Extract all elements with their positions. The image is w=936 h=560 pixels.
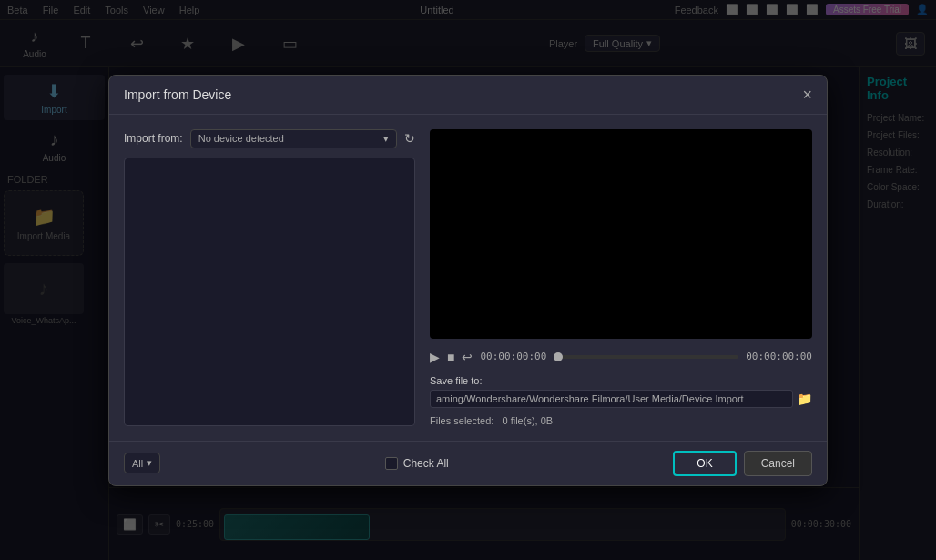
files-selected-label: Files selected: xyxy=(430,415,493,426)
check-all-row: Check All xyxy=(385,457,449,470)
filter-select[interactable]: All ▾ xyxy=(124,453,160,473)
check-all-checkbox[interactable] xyxy=(385,457,398,470)
modal-right: ▶ ■ ↩ 00:00:00:00 00:00:00:00 Save file … xyxy=(430,129,812,426)
filter-chevron-icon: ▾ xyxy=(147,457,152,469)
cancel-button[interactable]: Cancel xyxy=(744,451,812,476)
preview-progress-bar[interactable] xyxy=(554,355,738,359)
preview-stop-btn[interactable]: ■ xyxy=(447,350,454,364)
refresh-icon: ↻ xyxy=(404,131,415,146)
import-from-label: Import from: xyxy=(124,132,183,145)
import-from-row: Import from: No device detected ▾ ↻ xyxy=(124,129,415,148)
preview-controls: ▶ ■ ↩ 00:00:00:00 00:00:00:00 xyxy=(430,346,812,368)
save-file-row: Save file to: 📁 xyxy=(430,375,812,408)
files-selected-row: Files selected: 0 file(s), 0B xyxy=(430,415,812,426)
folder-open-icon: 📁 xyxy=(797,392,812,406)
modal-left: Import from: No device detected ▾ ↻ xyxy=(124,129,415,426)
modal-footer: All ▾ Check All OK Cancel xyxy=(109,441,827,485)
preview-play-btn[interactable]: ▶ xyxy=(430,350,440,364)
save-file-path-row: 📁 xyxy=(430,390,812,408)
save-file-label: Save file to: xyxy=(430,375,812,386)
modal-close-btn[interactable]: × xyxy=(802,87,812,103)
files-selected-value: 0 file(s), 0B xyxy=(502,415,553,426)
import-device-modal: Import from Device × Import from: No dev… xyxy=(108,75,828,486)
preview-area xyxy=(430,129,812,339)
browse-folder-btn[interactable]: 📁 xyxy=(797,392,812,406)
filter-value: All xyxy=(132,458,143,469)
file-list-area[interactable] xyxy=(124,158,415,426)
save-path-input[interactable] xyxy=(430,390,793,408)
ok-button[interactable]: OK xyxy=(673,451,736,476)
refresh-btn[interactable]: ↻ xyxy=(404,131,415,146)
device-select-chevron-icon: ▾ xyxy=(383,133,389,145)
progress-thumb xyxy=(554,352,563,361)
check-all-label: Check All xyxy=(403,457,449,470)
device-select[interactable]: No device detected ▾ xyxy=(190,129,397,148)
modal-header: Import from Device × xyxy=(109,76,827,115)
modal-overlay: Import from Device × Import from: No dev… xyxy=(0,0,936,560)
modal-body: Import from: No device detected ▾ ↻ ▶ ■ xyxy=(109,115,827,441)
modal-title: Import from Device xyxy=(124,87,231,102)
preview-time-start: 00:00:00:00 xyxy=(480,351,546,362)
preview-rewind-btn[interactable]: ↩ xyxy=(462,350,473,364)
device-select-value: No device detected xyxy=(198,133,284,144)
preview-time-end: 00:00:00:00 xyxy=(746,351,812,362)
footer-buttons: OK Cancel xyxy=(673,451,812,476)
